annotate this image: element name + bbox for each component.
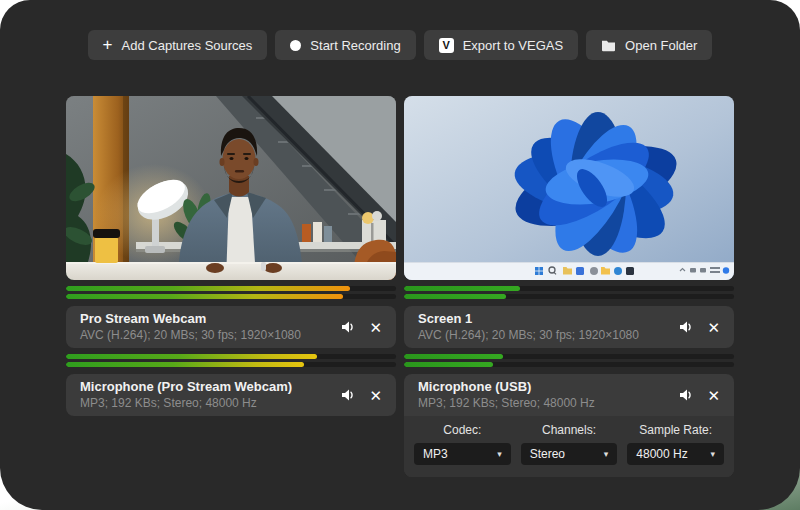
mic-webcam-mute-button[interactable] [340, 387, 356, 403]
webcam-preview [66, 96, 396, 280]
codec-label: Codec: [443, 423, 481, 437]
add-capture-sources-label: Add Captures Sources [122, 38, 253, 53]
meter-fill [404, 294, 506, 299]
meter-track [404, 362, 734, 367]
mic-webcam-source-specs: MP3; 192 KBs; Stereo; 48000 Hz [80, 396, 340, 410]
vegas-icon: V [439, 38, 454, 53]
channels-label: Channels: [542, 423, 596, 437]
screen-level-meters [404, 286, 734, 299]
folder-icon [601, 39, 616, 52]
meter-track [404, 354, 734, 359]
sample-rate-dropdown[interactable]: 48000 Hz ▾ [627, 443, 724, 465]
meter-fill [66, 354, 317, 359]
codec-dropdown[interactable]: MP3 ▾ [414, 443, 511, 465]
meter-fill [66, 362, 304, 367]
speaker-icon [340, 319, 356, 335]
meter-track [404, 286, 734, 291]
close-icon: ✕ [707, 388, 720, 403]
speaker-icon [340, 387, 356, 403]
meter-track [66, 362, 396, 367]
export-to-vegas-label: Export to VEGAS [463, 38, 563, 53]
meter-track [66, 294, 396, 299]
meter-track [66, 354, 396, 359]
webcam-mute-button[interactable] [340, 319, 356, 335]
toolbar: + Add Captures Sources Start Recording V… [0, 30, 800, 60]
webcam-column: Pro Stream Webcam AVC (H.264); 20 MBs; 3… [66, 96, 396, 416]
start-recording-button[interactable]: Start Recording [275, 30, 415, 60]
webcam-source-specs: AVC (H.264); 20 MBs; 30 fps; 1920×1080 [80, 328, 340, 342]
codec-value: MP3 [423, 447, 448, 461]
meter-fill [404, 286, 520, 291]
codec-setting: Codec: MP3 ▾ [414, 423, 511, 465]
chevron-down-icon: ▾ [710, 449, 715, 459]
close-icon: ✕ [369, 388, 382, 403]
mic-usb-source-specs: MP3; 192 KBs; Stereo; 48000 Hz [418, 396, 678, 410]
screen-remove-button[interactable]: ✕ [707, 320, 720, 335]
meter-track [404, 294, 734, 299]
add-capture-sources-button[interactable]: + Add Captures Sources [88, 30, 268, 60]
meter-fill [66, 294, 343, 299]
webcam-source-title: Pro Stream Webcam [80, 311, 340, 327]
open-folder-label: Open Folder [625, 38, 697, 53]
close-icon: ✕ [369, 320, 382, 335]
record-circle-icon [290, 40, 301, 51]
close-icon: ✕ [707, 320, 720, 335]
mic-usb-remove-button[interactable]: ✕ [707, 388, 720, 403]
open-folder-button[interactable]: Open Folder [586, 30, 712, 60]
export-to-vegas-button[interactable]: V Export to VEGAS [424, 30, 578, 60]
mic-usb-level-meters [404, 354, 734, 367]
meter-track [66, 286, 396, 291]
channels-dropdown[interactable]: Stereo ▾ [521, 443, 618, 465]
windows-desktop-scene [404, 96, 734, 280]
mic-webcam-source-title: Microphone (Pro Stream Webcam) [80, 379, 340, 395]
mic-webcam-remove-button[interactable]: ✕ [369, 388, 382, 403]
mic-usb-source-card: Microphone (USB) MP3; 192 KBs; Stereo; 4… [404, 374, 734, 477]
screen-source-specs: AVC (H.264); 20 MBs; 30 fps; 1920×1080 [418, 328, 678, 342]
mic-usb-source-title: Microphone (USB) [418, 379, 678, 395]
channels-setting: Channels: Stereo ▾ [521, 423, 618, 465]
speaker-icon [678, 319, 694, 335]
audio-settings-panel: Codec: MP3 ▾ Channels: Stereo ▾ Sample R… [404, 416, 734, 477]
webcam-level-meters [66, 286, 396, 299]
mic-webcam-level-meters [66, 354, 396, 367]
screen-mute-button[interactable] [678, 319, 694, 335]
screen-preview [404, 96, 734, 280]
start-recording-label: Start Recording [310, 38, 400, 53]
speaker-icon [678, 387, 694, 403]
webcam-scene [66, 96, 396, 280]
meter-fill [404, 354, 503, 359]
screen-column: Screen 1 AVC (H.264); 20 MBs; 30 fps; 19… [404, 96, 734, 477]
channels-value: Stereo [530, 447, 565, 461]
chevron-down-icon: ▾ [497, 449, 502, 459]
webcam-remove-button[interactable]: ✕ [369, 320, 382, 335]
plus-icon: + [103, 36, 113, 53]
mic-usb-mute-button[interactable] [678, 387, 694, 403]
sample-rate-label: Sample Rate: [639, 423, 712, 437]
webcam-source-card: Pro Stream Webcam AVC (H.264); 20 MBs; 3… [66, 306, 396, 348]
meter-fill [66, 286, 350, 291]
chevron-down-icon: ▾ [604, 449, 609, 459]
screen-source-card: Screen 1 AVC (H.264); 20 MBs; 30 fps; 19… [404, 306, 734, 348]
meter-fill [404, 362, 493, 367]
sample-rate-value: 48000 Hz [636, 447, 687, 461]
sample-rate-setting: Sample Rate: 48000 Hz ▾ [627, 423, 724, 465]
screen-source-title: Screen 1 [418, 311, 678, 327]
mic-webcam-source-card: Microphone (Pro Stream Webcam) MP3; 192 … [66, 374, 396, 416]
app-window: + Add Captures Sources Start Recording V… [0, 0, 800, 510]
